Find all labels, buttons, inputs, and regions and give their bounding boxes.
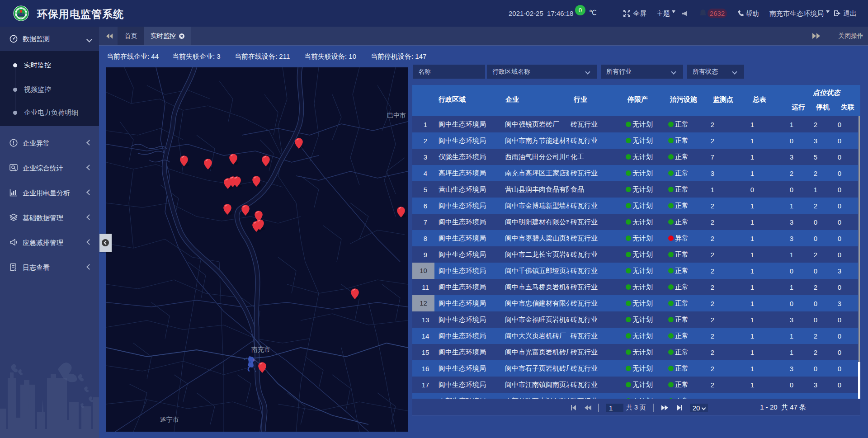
svg-text:巴中市: 巴中市 — [387, 112, 406, 119]
svg-text:遂宁市: 遂宁市 — [160, 416, 179, 423]
svg-text:南充市: 南充市 — [251, 346, 270, 353]
